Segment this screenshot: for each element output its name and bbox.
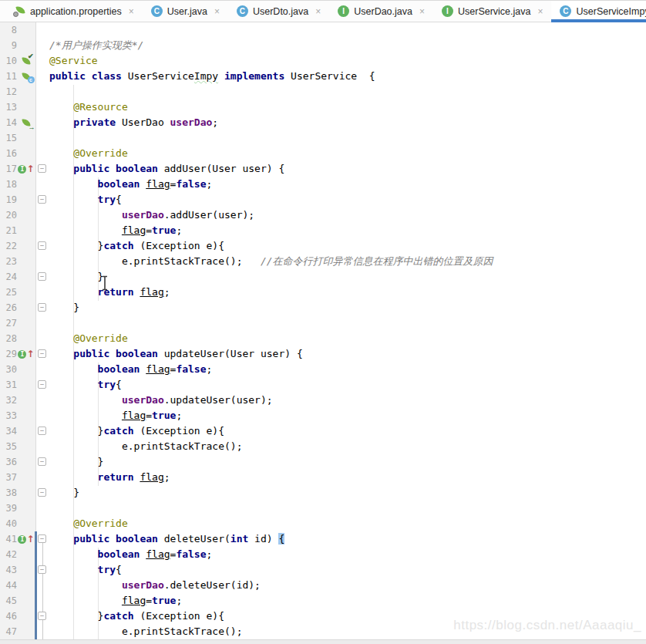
- tab-label: UserDto.java: [253, 6, 308, 17]
- code-line[interactable]: 24− }: [0, 269, 646, 285]
- code-line[interactable]: 42 boolean flag=false;: [0, 547, 646, 562]
- tab-User.java[interactable]: CUser.java×: [143, 1, 228, 22]
- line-number: 25: [0, 285, 17, 300]
- code-line[interactable]: 44 userDao.deleteUser(id);: [0, 578, 646, 593]
- spring-autowired-icon[interactable]: →: [21, 117, 32, 128]
- code-line[interactable]: 29I↑− public boolean updateUser(User use…: [0, 346, 646, 362]
- code-line[interactable]: 14→ private UserDao userDao;: [0, 115, 646, 130]
- token: UserService: [128, 70, 194, 82]
- token: }: [49, 425, 103, 437]
- code-line[interactable]: 37 return flag;: [0, 470, 646, 485]
- fold-collapse-icon[interactable]: −: [38, 380, 46, 389]
- fold-column: −: [35, 531, 49, 547]
- code-line[interactable]: 23 e.printStackTrace(); //在命令行打印异常信息在程序中…: [0, 254, 646, 269]
- fold-expand-icon[interactable]: −: [38, 457, 46, 466]
- gutter-icon-cell: [17, 177, 35, 192]
- token: ;: [207, 363, 213, 375]
- line-number: 19: [0, 192, 17, 207]
- fold-collapse-icon[interactable]: −: [38, 565, 46, 574]
- code-line[interactable]: 9/*用户操作实现类*/: [0, 38, 646, 53]
- tab-UserDao.java[interactable]: IUserDao.java×: [329, 1, 433, 22]
- code-line[interactable]: 8: [0, 22, 646, 38]
- code-text: public boolean deleteUser(int id) {: [49, 531, 646, 547]
- code-line[interactable]: 26− }: [0, 300, 646, 315]
- tab-close-icon[interactable]: ×: [129, 6, 134, 17]
- token: catch: [103, 240, 133, 251]
- code-editor[interactable]: 89/*用户操作实现类*/10✔@Service11cpublic class …: [0, 22, 646, 639]
- code-line[interactable]: 31− try{: [0, 377, 646, 393]
- tab-close-icon[interactable]: ×: [315, 6, 321, 17]
- fold-column: −: [35, 485, 49, 501]
- code-line[interactable]: 41I↑− public boolean deleteUser(int id) …: [0, 531, 646, 547]
- line-number: 14: [0, 115, 17, 130]
- code-line[interactable]: 33 flag=true;: [0, 408, 646, 423]
- code-line[interactable]: 21 flag=true;: [0, 223, 646, 238]
- code-line[interactable]: 45 flag=true;: [0, 593, 646, 609]
- spring-config-file-icon: [13, 5, 25, 17]
- tab-application.properties[interactable]: application.properties×: [5, 1, 143, 22]
- fold-expand-icon[interactable]: −: [38, 488, 46, 497]
- code-line[interactable]: 34− }catch (Exception e){: [0, 423, 646, 439]
- code-line[interactable]: 13 @Resource: [0, 99, 646, 115]
- code-line[interactable]: 16 @Override: [0, 146, 646, 161]
- method-overrides-icon[interactable]: I↑: [18, 535, 34, 544]
- tab-UserService.java[interactable]: IUserService.java×: [433, 1, 552, 22]
- java-class-icon: C: [560, 5, 571, 17]
- fold-collapse-icon[interactable]: −: [38, 534, 46, 543]
- method-overrides-icon[interactable]: I↑: [18, 350, 34, 359]
- code-text: flag=true;: [49, 223, 646, 238]
- fold-collapse-icon[interactable]: −: [38, 427, 46, 435]
- fold-collapse-icon[interactable]: −: [38, 164, 46, 173]
- code-line[interactable]: 36− }: [0, 454, 646, 470]
- code-line[interactable]: 43− try{: [0, 562, 646, 578]
- up-arrow-icon: ↑: [26, 535, 34, 544]
- token: public boolean: [49, 163, 164, 174]
- code-line[interactable]: 25 return flag;: [0, 285, 646, 300]
- code-line[interactable]: 28 @Override: [0, 331, 646, 346]
- fold-collapse-icon[interactable]: −: [38, 349, 46, 358]
- code-line[interactable]: 30 boolean flag=false;: [0, 362, 646, 377]
- token: userDao: [122, 579, 164, 591]
- interface-marker-icon: I: [18, 535, 26, 544]
- code-line[interactable]: 39: [0, 501, 646, 516]
- code-line[interactable]: 12: [0, 84, 646, 99]
- method-overrides-icon[interactable]: I↑: [18, 165, 34, 174]
- code-line[interactable]: 11cpublic class UserServiceImpy implemen…: [0, 69, 646, 84]
- code-line[interactable]: 15: [0, 130, 646, 146]
- code-line[interactable]: 20 userDao.addUser(user);: [0, 207, 646, 223]
- fold-column: [35, 130, 49, 146]
- fold-collapse-icon[interactable]: −: [38, 612, 46, 620]
- code-line[interactable]: 18 boolean flag=false;: [0, 177, 646, 192]
- spring-component-icon[interactable]: c: [21, 71, 32, 82]
- line-number: 32: [0, 393, 17, 408]
- line-number: 29: [0, 346, 17, 362]
- fold-collapse-icon[interactable]: −: [38, 241, 46, 250]
- tab-UserDto.java[interactable]: CUserDto.java×: [228, 1, 329, 22]
- code-line[interactable]: 35 e.printStackTrace();: [0, 439, 646, 454]
- code-line[interactable]: 22− }catch (Exception e){: [0, 238, 646, 254]
- gutter-icon-cell: [17, 84, 35, 99]
- up-arrow-icon: ↑: [26, 165, 34, 174]
- token: @Service: [49, 55, 98, 66]
- code-line[interactable]: 38− }: [0, 485, 646, 501]
- tab-close-icon[interactable]: ×: [537, 6, 543, 17]
- fold-expand-icon[interactable]: −: [38, 272, 46, 281]
- spring-bean-icon[interactable]: ✔: [21, 56, 32, 66]
- tab-UserServiceImpy.java[interactable]: CUserServiceImpy.java×: [551, 1, 646, 22]
- gutter-icon-cell: I↑: [17, 161, 35, 177]
- line-number: 28: [0, 331, 17, 346]
- line-number: 11: [0, 69, 17, 84]
- code-line[interactable]: 32 userDao.updateUser(user);: [0, 393, 646, 408]
- code-line[interactable]: 10✔@Service: [0, 53, 646, 69]
- code-line[interactable]: 40 @Override: [0, 516, 646, 531]
- tab-close-icon[interactable]: ×: [214, 6, 220, 17]
- fold-expand-icon[interactable]: −: [38, 303, 46, 312]
- code-line[interactable]: 17I↑− public boolean addUser(User user) …: [0, 161, 646, 177]
- gutter-icon-cell: c: [17, 69, 35, 84]
- fold-collapse-icon[interactable]: −: [38, 195, 46, 204]
- gutter-icon-cell: [17, 516, 35, 531]
- tab-close-icon[interactable]: ×: [419, 6, 425, 17]
- fold-column: [35, 84, 49, 99]
- code-line[interactable]: 19− try{: [0, 192, 646, 207]
- code-line[interactable]: 27: [0, 315, 646, 331]
